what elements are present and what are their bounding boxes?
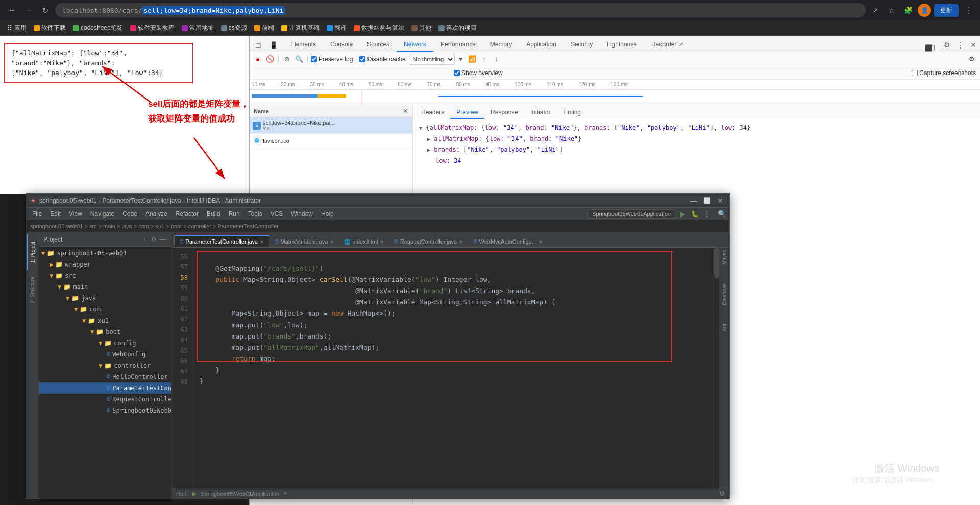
tree-item-xu1[interactable]: ▼📁xu1 bbox=[39, 315, 172, 326]
bookmark-addresses[interactable]: 常用地址 bbox=[179, 22, 217, 33]
menu-navigate[interactable]: Navigate bbox=[86, 209, 118, 219]
devtools-close-icon[interactable]: ✕ bbox=[967, 38, 980, 52]
record-button[interactable]: ● bbox=[253, 54, 263, 64]
close-run-button[interactable]: ✕ bbox=[283, 491, 287, 496]
req-tab-timing[interactable]: Timing bbox=[556, 107, 587, 119]
maven-icon[interactable]: Maven bbox=[722, 250, 727, 265]
tree-item-wrapper[interactable]: ▶📁wrapper bbox=[39, 259, 172, 270]
profile-button[interactable]: 👤 bbox=[918, 4, 931, 17]
disable-cache-label[interactable]: Disable cache bbox=[359, 56, 405, 63]
tree-item-java[interactable]: ▼📁java bbox=[39, 293, 172, 304]
preview-line-2[interactable]: ▶ allMatrixMap: {low: "34", brand: "Nike… bbox=[419, 134, 974, 145]
tree-item-project[interactable]: ▼📁springboot-05-web01 bbox=[39, 248, 172, 259]
network-row-sell[interactable]: ≡ sell;low=34;brand=Nike,pal... /ca... bbox=[250, 117, 412, 134]
bookmark-cs-icon[interactable]: cs资源 bbox=[218, 22, 250, 33]
tree-item-requestcontroller[interactable]: ©RequestController bbox=[39, 394, 172, 405]
req-tab-headers[interactable]: Headers bbox=[415, 107, 450, 119]
bookmark-software[interactable]: 软件下载 bbox=[31, 22, 69, 33]
tree-item-parametertestcontroller[interactable]: ©ParameterTestController bbox=[39, 382, 172, 394]
reload-button[interactable]: ↻ bbox=[38, 3, 52, 17]
editor-tab-parametertestcontroller[interactable]: © ParameterTestController.java ✕ bbox=[174, 235, 270, 247]
bookmark-ds[interactable]: 数据结构与算法 bbox=[351, 22, 407, 33]
project-settings-button[interactable]: ⚙ bbox=[149, 235, 158, 244]
bookmark-frontend[interactable]: 前端 bbox=[251, 22, 277, 33]
tree-item-main[interactable]: ▼📁main bbox=[39, 281, 172, 293]
devtools-inspector-icon[interactable]: ◻ bbox=[252, 38, 265, 52]
preview-line-1[interactable]: ▼ {allMatrixMap: {low: "34", brand: "Nik… bbox=[419, 123, 974, 134]
preserve-log-label[interactable]: Preserve log bbox=[311, 56, 353, 63]
scrollbar-thumb[interactable] bbox=[714, 248, 719, 278]
preview-line-3[interactable]: ▶ brands: ["Nike", "palyboy", "LiNi"] bbox=[419, 145, 974, 156]
tab-memory[interactable]: Memory bbox=[483, 38, 519, 52]
clear-button[interactable]: 🚫 bbox=[265, 54, 275, 64]
side-tab-structure[interactable]: 2: Structure bbox=[27, 272, 39, 308]
menu-refactor[interactable]: Refactor bbox=[172, 209, 203, 219]
tab-application[interactable]: Application bbox=[519, 38, 564, 52]
run-config-more-button[interactable]: ⋮ bbox=[702, 209, 712, 219]
throttle-more-icon[interactable]: ▼ bbox=[457, 54, 465, 64]
close-tab-3[interactable]: ✕ bbox=[380, 239, 384, 245]
show-overview-label[interactable]: Show overview bbox=[454, 69, 503, 77]
apps-bookmark[interactable]: ⠿ 应用 bbox=[4, 22, 30, 33]
tree-item-hellocontroller[interactable]: ©HelloController bbox=[39, 371, 172, 382]
bookmark-button[interactable]: ☆ bbox=[885, 4, 898, 17]
menu-button[interactable]: ⋮ bbox=[962, 4, 975, 17]
tree-item-controller[interactable]: ▼📁controller bbox=[39, 360, 172, 371]
tree-item-com[interactable]: ▼📁com bbox=[39, 304, 172, 315]
tree-item-boot[interactable]: ▼📁boot bbox=[39, 326, 172, 338]
capture-screenshots-checkbox[interactable] bbox=[912, 70, 918, 76]
tree-item-src[interactable]: ▼📁src bbox=[39, 270, 172, 281]
throttle-select[interactable]: No throttling Slow 3G Fast 3G bbox=[409, 54, 455, 65]
filter-button[interactable]: ⊘ bbox=[282, 54, 292, 64]
idea-minimize-button[interactable]: — bbox=[689, 196, 699, 206]
devtools-more-icon[interactable]: ⋮ bbox=[953, 38, 967, 52]
search-button[interactable]: 🔍 bbox=[294, 54, 304, 64]
tab-recorder[interactable]: Recorder ↗ bbox=[644, 38, 691, 52]
menu-build[interactable]: Build bbox=[203, 209, 225, 219]
run-config-debug-button[interactable]: 🐛 bbox=[690, 209, 700, 219]
settings-gear-icon[interactable]: ⚙ bbox=[940, 38, 953, 52]
side-tab-project[interactable]: 1: Project bbox=[27, 234, 39, 270]
export-button[interactable]: ↓ bbox=[492, 54, 502, 64]
tab-network[interactable]: Network bbox=[397, 38, 433, 52]
tree-item-springbootapp[interactable]: ©Springboot05Web01Application bbox=[39, 405, 172, 416]
menu-window[interactable]: Window bbox=[287, 209, 317, 219]
menu-help[interactable]: Help bbox=[317, 209, 338, 219]
url-bar[interactable]: localhost:8080/cars/sell;low=34;brand=Ni… bbox=[55, 3, 866, 17]
editor-scrollbar[interactable] bbox=[713, 248, 719, 488]
settings-gear-status[interactable]: ⚙ bbox=[719, 490, 725, 497]
editor-tab-webmvcauto[interactable]: © WebMvcAutoConfigu... ✕ bbox=[468, 236, 548, 247]
share-button[interactable]: ↗ bbox=[869, 4, 882, 17]
extensions-button[interactable]: 🧩 bbox=[901, 4, 915, 17]
menu-analyze[interactable]: Analyze bbox=[141, 209, 172, 219]
menu-file[interactable]: File bbox=[28, 209, 46, 219]
menu-edit[interactable]: Edit bbox=[46, 209, 65, 219]
tab-elements[interactable]: Elements bbox=[283, 38, 323, 52]
disable-cache-checkbox[interactable] bbox=[359, 56, 365, 62]
forward-button[interactable]: → bbox=[21, 3, 36, 17]
ant-icon[interactable]: Ant bbox=[722, 324, 727, 331]
bookmark-favorites[interactable]: 喜欢的项目 bbox=[435, 22, 480, 33]
close-tab-5[interactable]: ✕ bbox=[538, 239, 543, 245]
database-icon[interactable]: Database bbox=[722, 283, 727, 305]
menu-run[interactable]: Run bbox=[225, 209, 244, 219]
bookmark-install[interactable]: 软件安装教程 bbox=[127, 22, 178, 33]
editor-tab-matrixvariable[interactable]: © MatrixVariable.java ✕ bbox=[270, 236, 339, 247]
idea-search-everywhere-button[interactable]: 🔍 bbox=[716, 208, 727, 220]
preserve-log-checkbox[interactable] bbox=[311, 56, 317, 62]
editor-tab-indexhtml[interactable]: 🌐 index.html ✕ bbox=[339, 236, 389, 247]
bookmark-other[interactable]: 其他 bbox=[408, 22, 434, 33]
req-tab-preview[interactable]: Preview bbox=[450, 107, 484, 119]
back-button[interactable]: ← bbox=[5, 3, 19, 17]
tab-sources[interactable]: Sources bbox=[360, 38, 397, 52]
close-name-panel-button[interactable]: ✕ bbox=[403, 107, 408, 115]
capture-screenshots-label[interactable]: Capture screenshots bbox=[912, 69, 976, 77]
code-editor[interactable]: @GetMapping("/cars/{sell}") public Map<S… bbox=[193, 248, 713, 488]
bookmark-codesheep[interactable]: codesheep笔签 bbox=[70, 22, 126, 33]
tab-security[interactable]: Security bbox=[564, 38, 600, 52]
tab-console[interactable]: Console bbox=[323, 38, 360, 52]
wifi-icon[interactable]: 📶 bbox=[467, 54, 477, 64]
idea-maximize-button[interactable]: ⬜ bbox=[702, 196, 712, 206]
bookmark-cs-basics[interactable]: 计算机基础 bbox=[278, 22, 323, 33]
menu-tools[interactable]: Tools bbox=[244, 209, 266, 219]
